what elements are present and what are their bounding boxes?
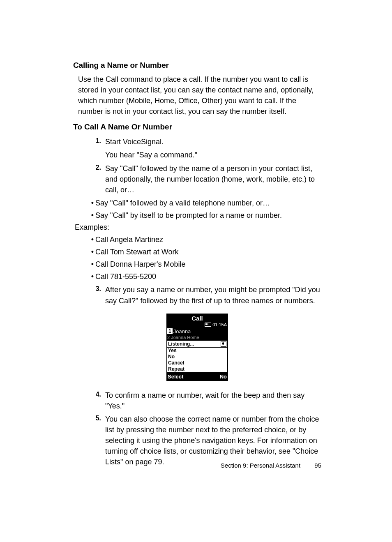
bullet-a: • Say "Call" followed by a valid telepho… <box>90 198 321 208</box>
phone-option-repeat: Repeat <box>167 366 227 372</box>
phone-status-bar: 01:15A <box>166 322 228 328</box>
phone-row1-index: 1 <box>167 328 173 334</box>
battery-icon <box>205 323 211 327</box>
step-2-number: 2. <box>90 163 105 171</box>
phone-row1-name: Joanna <box>173 328 191 334</box>
phone-popup: Listening... Yes No Cancel Repeat <box>167 340 228 373</box>
step-3-text: After you say a name or number, you migh… <box>105 284 321 306</box>
phone-option-yes: Yes <box>167 348 227 354</box>
softkey-right: No <box>220 374 227 380</box>
phone-time: 01:15A <box>212 322 227 327</box>
bullet-icon: • <box>90 247 95 257</box>
step-4-number: 4. <box>90 390 105 398</box>
example-1-text: Call Angela Martinez <box>95 234 321 245</box>
page-footer: Section 9: Personal Assistant 95 <box>73 462 321 469</box>
heading-calling: Calling a Name or Number <box>73 61 321 70</box>
example-4-text: Call 781-555-5200 <box>95 271 321 282</box>
bullet-icon: • <box>90 210 95 221</box>
step-3: 3. After you say a name or number, you m… <box>90 284 321 306</box>
bullet-b-text: Say "Call" by itself to be prompted for … <box>95 210 321 221</box>
phone-option-cancel: Cancel <box>167 360 227 366</box>
intro-paragraph: Use the Call command to place a call. If… <box>78 74 321 117</box>
bullet-b: • Say "Call" by itself to be prompted fo… <box>90 210 321 221</box>
step-1: 1. Start VoiceSignal. <box>90 136 321 147</box>
step-5-text: You can also choose the correct name or … <box>105 414 321 467</box>
phone-list-row-2: 2 Joanna Home <box>166 335 228 340</box>
bullet-a-text: Say "Call" followed by a valid telephone… <box>95 198 321 208</box>
phone-popup-header: Listening... <box>167 341 227 348</box>
examples-label: Examples: <box>75 223 321 232</box>
example-3: • Call Donna Harper's Mobile <box>90 259 321 270</box>
step-1-text: Start VoiceSignal. <box>105 136 321 147</box>
footer-page-number: 95 <box>314 462 321 469</box>
step-3-number: 3. <box>90 284 105 293</box>
step-2-text: Say "Call" followed by the name of a per… <box>105 163 321 195</box>
step-5-number: 5. <box>90 414 105 422</box>
document-page: Calling a Name or Number Use the Call co… <box>0 0 392 542</box>
bullet-icon: • <box>90 234 95 245</box>
step-5: 5. You can also choose the correct name … <box>90 414 321 467</box>
microphone-icon <box>221 341 226 347</box>
phone-list-row-1: 1 Joanna <box>166 328 228 335</box>
example-2: • Call Tom Stewart at Work <box>90 247 321 257</box>
example-3-text: Call Donna Harper's Mobile <box>95 259 321 270</box>
step-1-number: 1. <box>90 136 105 145</box>
step-4-text: To confirm a name or number, wait for th… <box>105 390 321 411</box>
step-1-sub: You hear "Say a command." <box>105 150 321 160</box>
bullet-icon: • <box>90 271 95 282</box>
step-4: 4. To confirm a name or number, wait for… <box>90 390 321 411</box>
step-2: 2. Say "Call" followed by the name of a … <box>90 163 321 195</box>
phone-title: Call <box>166 314 228 322</box>
bullet-icon: • <box>90 198 95 208</box>
example-2-text: Call Tom Stewart at Work <box>95 247 321 257</box>
footer-section: Section 9: Personal Assistant <box>221 462 300 469</box>
phone-screenshot: Call 01:15A 1 Joanna 2 Joanna Home Liste… <box>166 314 228 381</box>
heading-to-call: To Call A Name Or Number <box>73 122 321 131</box>
softkey-left: Select <box>168 374 183 380</box>
phone-option-no: No <box>167 354 227 360</box>
phone-softkeys: Select No <box>166 373 228 381</box>
phone-popup-status: Listening... <box>168 341 194 347</box>
bullet-icon: • <box>90 259 95 270</box>
example-1: • Call Angela Martinez <box>90 234 321 245</box>
example-4: • Call 781-555-5200 <box>90 271 321 282</box>
